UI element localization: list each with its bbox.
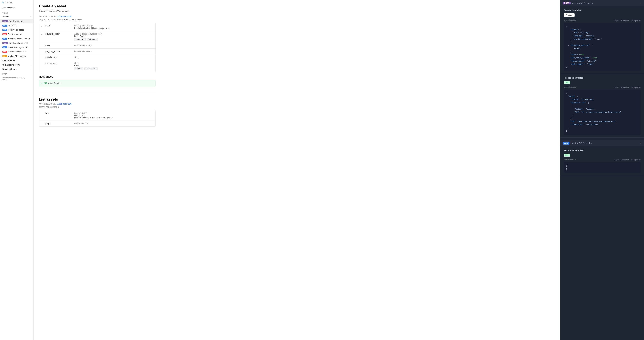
expand-all-button[interactable]: Expand all (620, 159, 629, 161)
sidebar-item-label: Authentication (2, 7, 15, 9)
right-panel: POST /video/v1/assets ▾ Request samples … (560, 0, 644, 340)
sidebar-item-label: Create a playback ID (9, 42, 28, 44)
sidebar-item-label: Retrieve asset input info (8, 38, 30, 40)
search-box[interactable]: 🔍 (0, 0, 33, 5)
request-body-value: application/json (64, 19, 82, 21)
sidebar-item-retrieve-asset-input[interactable]: GET Retrieve asset input info (0, 37, 33, 41)
sidebar-item-create-playback-id[interactable]: POST Create a playback ID (0, 41, 33, 45)
collapse-all-button[interactable]: Collapse all (631, 86, 641, 88)
param-row-demo: demo boolean <boolean> (39, 43, 156, 49)
get-endpoint-bar: GET /video/v1/assets ▾ (560, 140, 644, 146)
sidebar-item-label: Update MP4 support (8, 55, 26, 57)
chevron-down-icon: ▾ (30, 16, 31, 18)
collapse-all-button[interactable]: Collapse all (631, 159, 641, 161)
content-type-label: application/json (564, 86, 576, 88)
post-endpoint-bar: POST /video/v1/assets ▾ (560, 0, 644, 6)
collapse-all-button[interactable]: Collapse all (631, 20, 641, 22)
sidebar-item-authentication[interactable]: Authentication (0, 5, 33, 10)
get-badge: GET (2, 29, 7, 31)
param-name: per_title_encode (46, 50, 72, 53)
response-200-row[interactable]: ▾ 200 Asset Created (39, 80, 156, 86)
param-name: input (46, 25, 72, 27)
param-desc: integer <int32> (74, 122, 153, 125)
list-authorizations-row: AUTHORIZATIONS: accessToken (39, 103, 156, 105)
response-desc: Asset Created (48, 82, 61, 84)
response-code: 200 (44, 82, 47, 84)
response-samples-title: Response samples (564, 77, 641, 79)
get-method-badge: GET (563, 142, 569, 145)
expand-all-button[interactable]: Expand all (620, 20, 629, 22)
list-params-table: limit integer <int32> Default: 25 Number… (39, 110, 156, 127)
authorizations-row: AUTHORIZATIONS: accessToken (39, 16, 156, 18)
sidebar-item-list-assets[interactable]: GET List assets (0, 23, 33, 28)
status-badge-200[interactable]: 200 (564, 81, 570, 84)
documentation-link: Documentation Powered by ReDoc (2, 77, 31, 81)
collapse-arrow[interactable]: ▾ (640, 2, 641, 4)
default-value: Default: 25 (74, 114, 84, 117)
assets-group-label: Assets (2, 16, 9, 18)
request-body-row: REQUEST BODY SCHEMA: application/json (39, 19, 156, 21)
url-signing-label: URL Signing Keys (2, 64, 20, 66)
sidebar-item-direct-uploads[interactable]: Direct Uploads › (0, 67, 33, 71)
authorizations-link[interactable]: accessToken (57, 103, 71, 105)
response-code-block: { "data": { "status": "preparing", "play… (564, 90, 641, 135)
sidebar: 🔍 Authentication Video Assets ▾ POST Cre… (0, 0, 34, 340)
response-samples-section: Response samples 200 application/json Co… (560, 74, 644, 138)
content-type-label: application/json (564, 19, 576, 21)
endpoint-path: /video/v1/assets (571, 142, 639, 144)
sidebar-item-delete-playback-id[interactable]: DEL Delete a playback ID (0, 50, 33, 54)
collapse-arrow[interactable]: ▾ (640, 142, 641, 144)
param-desc: string Enum: "none" "standard" (74, 62, 153, 70)
tab-bar: Payload (564, 13, 641, 17)
copy-button[interactable]: Copy (614, 86, 618, 88)
sidebar-item-retrieve-asset[interactable]: GET Retrieve an asset (0, 28, 33, 32)
param-name: demo (46, 44, 72, 47)
copy-button[interactable]: Copy (614, 20, 618, 22)
enum-chip: "public" (74, 38, 86, 41)
get-badge: GET (2, 25, 7, 27)
endpoint-path: /video/v1/assets (572, 2, 639, 4)
param-row-passthrough: passthrough string (39, 54, 156, 60)
direct-uploads-label: Direct Uploads (2, 68, 16, 70)
list-response-samples-title: Response samples (564, 149, 641, 151)
expand-arrow[interactable]: ▸ (42, 25, 44, 27)
chevron-right-icon: › (30, 60, 31, 62)
authorizations-link[interactable]: accessToken (57, 16, 71, 18)
list-response-samples-section: Response samples 200 application/json Co… (560, 146, 644, 175)
copy-button[interactable]: Copy (614, 159, 618, 161)
sidebar-item-label: Retrieve an asset (8, 29, 24, 31)
param-desc: boolean <boolean> (74, 50, 153, 53)
search-icon: 🔍 (2, 1, 4, 4)
get-badge: GET (2, 46, 7, 48)
sidebar-item-retrieve-playback-id[interactable]: GET Retrieve a playback ID (0, 45, 33, 50)
request-samples-section: Request samples Payload application/json… (560, 6, 644, 74)
sidebar-item-create-asset[interactable]: POST Create an asset (0, 19, 33, 23)
sidebar-item-update-mp4[interactable]: PUT Update MP4 support (0, 54, 33, 58)
param-name: playback_policy (46, 33, 72, 35)
page-title: Create an asset (39, 4, 156, 9)
page-subtitle: Create a new Mux Video asset. (39, 10, 156, 12)
request-samples-title: Request samples (564, 9, 641, 11)
query-params-label-row: QUERY PARAMETERS (39, 106, 156, 108)
sidebar-item-label: Delete a playback ID (8, 51, 27, 53)
param-row-per-title-encode: per_title_encode boolean <boolean> (39, 49, 156, 54)
main-content: Create an asset Create a new Mux Video a… (34, 0, 560, 340)
expand-all-button[interactable]: Expand all (620, 86, 629, 88)
del-badge: DEL (2, 51, 7, 53)
sidebar-item-documentation[interactable]: Documentation Powered by ReDoc (0, 76, 33, 82)
list-status-badge-200[interactable]: 200 (564, 153, 570, 156)
sidebar-item-url-signing[interactable]: URL Signing Keys › (0, 63, 33, 67)
expand-arrow[interactable]: ▸ (42, 33, 44, 35)
param-row-playback-policy: ▸ playback_policy Array of string (Playb… (39, 31, 156, 43)
sidebar-item-delete-asset[interactable]: DEL Delete an asset (0, 32, 33, 37)
chevron-right-icon: › (30, 64, 31, 66)
sidebar-video-label: Video (0, 10, 33, 15)
request-body-label: REQUEST BODY SCHEMA: (39, 19, 63, 21)
sidebar-item-live-streams[interactable]: Live Streams › (0, 58, 33, 63)
param-row-input: ▸ input object (InputSettings) Input obj… (39, 23, 156, 31)
list-content-type-label: application/json (564, 158, 576, 160)
sidebar-item-assets[interactable]: Assets ▾ (0, 15, 33, 19)
payload-tab[interactable]: Payload (564, 13, 574, 17)
params-table: ▸ input object (InputSettings) Input obj… (39, 23, 156, 72)
search-input[interactable] (5, 2, 32, 4)
